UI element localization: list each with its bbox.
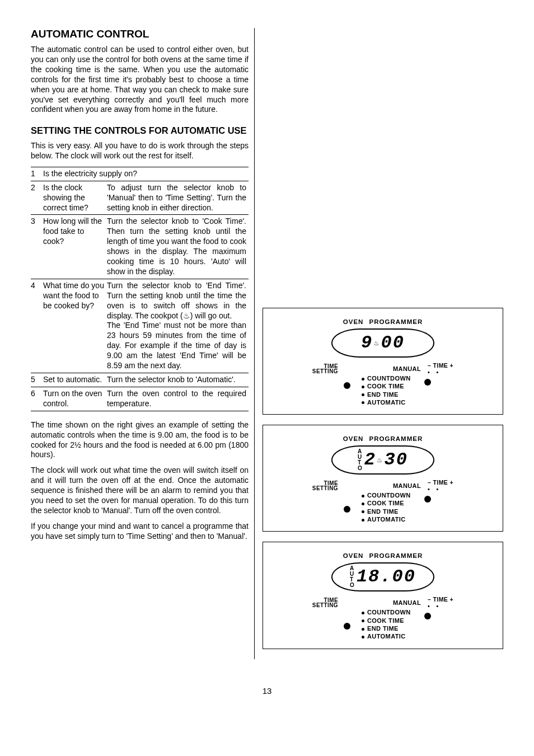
- table-row: 1Is the electricity supply on?: [31, 167, 249, 181]
- step-question: How long will the food take to cook?: [43, 215, 107, 279]
- example-paragraph-3: If you change your mind and want to canc…: [31, 522, 249, 542]
- subintro-paragraph: This is very easy. All you have to do is…: [31, 141, 249, 161]
- step-number: 3: [31, 215, 43, 279]
- panel-labels: TIMESETTINGMANUAL– TIME +• •COUNTDOWNCOO…: [310, 362, 456, 406]
- panel-title: OVEN PROGRAMMER: [343, 435, 423, 442]
- page-number: 13: [0, 676, 534, 702]
- cookpot-icon: ♨: [377, 456, 383, 464]
- step-number: 4: [31, 279, 43, 373]
- time-plus-minus-label: – TIME +• •: [428, 362, 456, 375]
- cook-time-label: COOK TIME: [362, 382, 456, 390]
- display-value: 2♨30: [364, 451, 408, 469]
- intro-paragraph: The automatic control can be used to con…: [31, 45, 249, 115]
- selector-dot-left: [344, 506, 350, 513]
- display-value: 9♨00: [361, 334, 405, 352]
- time-setting-label: TIMESETTING: [310, 364, 338, 374]
- end-time-label: END TIME: [362, 624, 456, 632]
- section-subtitle: SETTING THE CONTROLS FOR AUTOMATIC USE: [31, 125, 249, 137]
- step-question: Turn on the oven control.: [43, 387, 107, 411]
- step-answer: Turn the selector knob to 'End Time'. Tu…: [107, 279, 249, 373]
- step-answer: Turn the selector knob to 'Cook Time'. T…: [107, 215, 249, 279]
- example-paragraph-2: The clock will work out what time the ov…: [31, 466, 249, 516]
- display-oval: AUTO18.00: [331, 562, 434, 591]
- countdown-label: COUNTDOWN: [362, 374, 456, 382]
- selector-dot-left: [344, 382, 350, 389]
- cook-time-label: COOK TIME: [362, 499, 456, 507]
- step-number: 6: [31, 387, 43, 411]
- display-value: 18.00: [357, 568, 416, 586]
- auto-indicator: AUTO: [358, 449, 362, 471]
- table-row: 3How long will the food take to cook?Tur…: [31, 215, 249, 279]
- step-answer: To adjust turn the selector knob to 'Man…: [107, 181, 249, 215]
- example-paragraph-1: The time shown on the right gives an exa…: [31, 420, 249, 461]
- step-answer: Turn the oven control to the required te…: [107, 387, 249, 411]
- automatic-label: AUTOMATIC: [362, 632, 456, 640]
- oven-programmer-panel: OVEN PROGRAMMER9♨00TIMESETTINGMANUAL– TI…: [263, 308, 503, 415]
- step-number: 2: [31, 181, 43, 215]
- panel-title: OVEN PROGRAMMER: [343, 552, 423, 559]
- step-number: 5: [31, 373, 43, 387]
- end-time-label: END TIME: [362, 391, 456, 398]
- time-plus-minus-label: – TIME +• •: [428, 596, 456, 609]
- time-setting-label: TIMESETTING: [310, 598, 338, 608]
- oven-programmer-panel: OVEN PROGRAMMERAUTO2♨30TIMESETTINGMANUAL…: [263, 425, 503, 532]
- countdown-label: COUNTDOWN: [362, 608, 456, 616]
- time-plus-minus-label: – TIME +• •: [428, 479, 456, 492]
- steps-table: 1Is the electricity supply on?2Is the cl…: [31, 167, 249, 411]
- step-number: 1: [31, 167, 43, 181]
- time-setting-label: TIMESETTING: [310, 481, 338, 491]
- panel-title: OVEN PROGRAMMER: [343, 318, 423, 325]
- step-question: Is the clock showing the correct time?: [43, 181, 107, 215]
- display-oval: AUTO2♨30: [331, 445, 434, 475]
- cook-time-label: COOK TIME: [362, 617, 456, 624]
- step-answer: Turn the selector knob to 'Automatic'.: [107, 373, 249, 387]
- page-title: AUTOMATIC CONTROL: [31, 28, 249, 40]
- panel-labels: TIMESETTINGMANUAL– TIME +• •COUNTDOWNCOO…: [310, 479, 456, 523]
- automatic-label: AUTOMATIC: [362, 398, 456, 406]
- oven-programmer-panel: OVEN PROGRAMMERAUTO18.00TIMESETTINGMANUA…: [263, 542, 503, 649]
- cookpot-icon: ♨: [374, 339, 380, 347]
- end-time-label: END TIME: [362, 508, 456, 515]
- table-row: 5Set to automatic.Turn the selector knob…: [31, 373, 249, 387]
- automatic-label: AUTOMATIC: [362, 515, 456, 523]
- step-question: Set to automatic.: [43, 373, 107, 387]
- table-row: 6Turn on the oven control.Turn the oven …: [31, 387, 249, 411]
- step-question: What time do you want the food to be coo…: [43, 279, 107, 373]
- selector-dot-left: [344, 623, 350, 630]
- table-row: 2Is the clock showing the correct time?T…: [31, 181, 249, 215]
- selector-dot-right: [424, 379, 431, 386]
- step-question: Is the electricity supply on?: [43, 167, 249, 181]
- countdown-label: COUNTDOWN: [362, 491, 456, 499]
- panel-labels: TIMESETTINGMANUAL– TIME +• •COUNTDOWNCOO…: [310, 596, 456, 640]
- display-oval: 9♨00: [331, 328, 434, 358]
- table-row: 4What time do you want the food to be co…: [31, 279, 249, 373]
- auto-indicator: AUTO: [350, 566, 354, 588]
